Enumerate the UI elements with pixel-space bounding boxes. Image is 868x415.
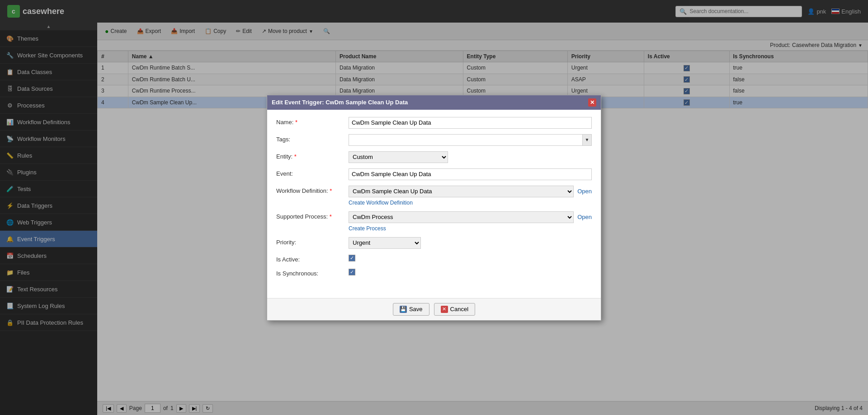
priority-label: Priority:	[276, 237, 349, 246]
is-active-checkbox[interactable]: ✓	[349, 255, 355, 261]
priority-control: Urgent	[349, 237, 592, 249]
modal-title: Edit Event Trigger: CwDm Sample Clean Up…	[272, 99, 408, 106]
entity-label: Entity: *	[276, 151, 349, 160]
supported-process-open-link[interactable]: Open	[577, 214, 592, 220]
modal-footer: 💾 Save ✕ Cancel	[267, 298, 601, 320]
event-input[interactable]	[349, 168, 592, 180]
workflow-def-label: Workflow Definition: *	[276, 186, 349, 194]
workflow-def-select-wrapper: CwDm Sample Clean Up Data Open	[349, 186, 592, 197]
cancel-icon: ✕	[441, 306, 448, 313]
supported-process-control: CwDm Process Open Create Process	[349, 211, 592, 232]
create-process-link[interactable]: Create Process	[349, 225, 386, 232]
tags-input[interactable]	[349, 135, 582, 145]
event-control	[349, 168, 592, 180]
supported-process-label: Supported Process: *	[276, 211, 349, 220]
modal-body: Name: * Tags: ▼	[267, 110, 601, 298]
tags-control: ▼	[349, 134, 592, 146]
save-button[interactable]: 💾 Save	[393, 303, 429, 316]
tags-label: Tags:	[276, 134, 349, 143]
modal-titlebar: Edit Event Trigger: CwDm Sample Clean Up…	[267, 95, 601, 110]
entity-row: Entity: * Custom	[276, 151, 592, 163]
supported-process-select-wrapper: CwDm Process Open	[349, 211, 592, 223]
workflow-def-select[interactable]: CwDm Sample Clean Up Data	[349, 186, 574, 197]
name-label: Name: *	[276, 117, 349, 126]
event-row: Event:	[276, 168, 592, 180]
supported-process-row: Supported Process: * CwDm Process Open C…	[276, 211, 592, 232]
create-workflow-def-link[interactable]: Create Workflow Definition	[349, 200, 413, 206]
tags-row: Tags: ▼	[276, 134, 592, 146]
save-label: Save	[409, 306, 423, 312]
workflow-def-row: Workflow Definition: * CwDm Sample Clean…	[276, 186, 592, 206]
is-active-row: Is Active: ✓	[276, 254, 592, 263]
entity-select[interactable]: Custom	[349, 151, 448, 163]
cancel-button[interactable]: ✕ Cancel	[434, 303, 475, 316]
edit-event-trigger-modal: Edit Event Trigger: CwDm Sample Clean Up…	[267, 95, 601, 321]
entity-control: Custom	[349, 151, 592, 163]
tags-wrapper: ▼	[349, 134, 592, 146]
tags-dropdown-button[interactable]: ▼	[582, 135, 591, 145]
name-control	[349, 117, 592, 129]
modal-close-button[interactable]: ✕	[588, 98, 596, 107]
workflow-def-control: CwDm Sample Clean Up Data Open Create Wo…	[349, 186, 592, 206]
supported-process-select[interactable]: CwDm Process	[349, 211, 574, 223]
priority-select[interactable]: Urgent	[349, 237, 421, 249]
entity-select-wrapper: Custom	[349, 151, 592, 163]
name-input[interactable]	[349, 117, 592, 129]
cancel-label: Cancel	[450, 306, 468, 312]
is-active-control: ✓	[349, 254, 592, 261]
event-label: Event:	[276, 168, 349, 177]
name-row: Name: *	[276, 117, 592, 129]
is-synchronous-checkbox[interactable]: ✓	[349, 269, 355, 275]
is-synchronous-control: ✓	[349, 268, 592, 275]
modal-overlay: Edit Event Trigger: CwDm Sample Clean Up…	[0, 0, 868, 415]
is-synchronous-row: Is Synchronous: ✓	[276, 268, 592, 277]
is-synchronous-label: Is Synchronous:	[276, 268, 349, 277]
save-icon: 💾	[400, 306, 407, 313]
is-active-label: Is Active:	[276, 254, 349, 263]
priority-row: Priority: Urgent	[276, 237, 592, 249]
workflow-def-open-link[interactable]: Open	[577, 188, 592, 195]
